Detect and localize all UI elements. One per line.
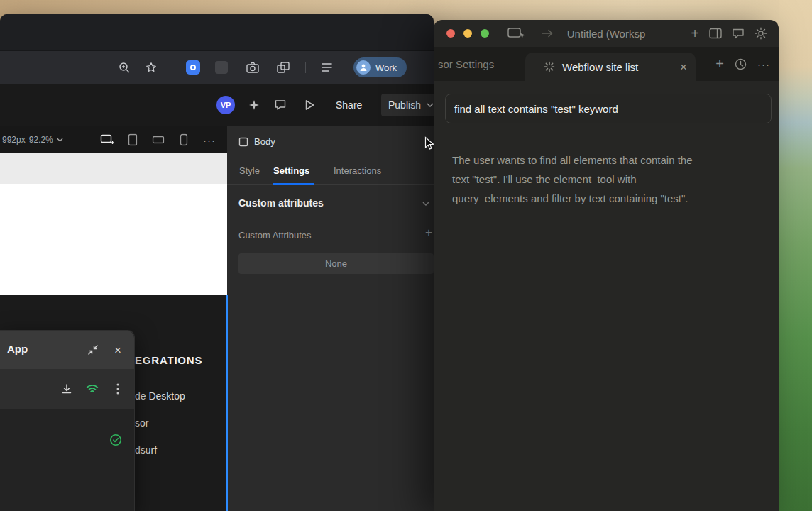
- forward-arrow-icon[interactable]: [542, 29, 553, 38]
- zoom-window-button[interactable]: [481, 29, 489, 38]
- profile-label: Work: [375, 62, 397, 73]
- chevron-down-icon[interactable]: [422, 202, 429, 206]
- titlebar-left-controls: [508, 20, 553, 47]
- app-window-toolbar: [0, 369, 134, 409]
- active-tab-underline: [273, 183, 314, 185]
- mouse-cursor-icon: [424, 136, 435, 150]
- window-title: Untitled (Worksp: [567, 28, 646, 40]
- new-tab-icon[interactable]: +: [715, 57, 724, 71]
- breakpoint-tablet-icon[interactable]: [128, 133, 138, 145]
- minimize-window-button[interactable]: [463, 29, 472, 38]
- chevron-down-icon: [57, 138, 63, 142]
- share-button[interactable]: Share: [330, 94, 368, 116]
- history-clock-icon[interactable]: [735, 58, 747, 70]
- publish-button[interactable]: Publish: [381, 94, 434, 116]
- browser-toolbar: Work: [0, 51, 434, 84]
- camera-icon[interactable]: [246, 62, 259, 73]
- collapse-icon[interactable]: [87, 344, 99, 356]
- prompt-input[interactable]: [454, 103, 762, 115]
- list-item[interactable]: sor: [135, 417, 148, 429]
- app-window-body: [0, 409, 134, 511]
- close-window-button[interactable]: [446, 29, 455, 38]
- bookmark-star-icon[interactable]: [146, 62, 157, 73]
- chevron-down-icon: [427, 103, 434, 107]
- traffic-lights: [446, 29, 489, 38]
- tab-background[interactable]: sor Settings: [438, 47, 494, 81]
- titlebar-right-controls: +: [691, 20, 767, 47]
- assistant-titlebar[interactable]: Untitled (Worksp +: [434, 20, 779, 47]
- app-window: App ×: [0, 330, 135, 511]
- selected-element-row: Body: [227, 132, 434, 152]
- app-window-titlebar[interactable]: App ×: [0, 331, 134, 369]
- spinner-icon: [544, 61, 555, 72]
- response-line: text "test". I'll use the element_tool w…: [452, 170, 693, 189]
- tab-active-label: Webflow site list: [562, 61, 673, 73]
- screen-control-icon[interactable]: [508, 27, 526, 40]
- add-attribute-icon[interactable]: +: [425, 226, 432, 240]
- canvas-settings-bar: 992px 92.2%: [0, 126, 227, 153]
- download-icon[interactable]: [61, 383, 72, 395]
- publish-label: Publish: [388, 99, 421, 111]
- tab-settings[interactable]: Settings: [273, 165, 309, 176]
- close-icon[interactable]: ×: [114, 344, 121, 356]
- attributes-none-field[interactable]: None: [238, 253, 434, 274]
- canvas-size-control[interactable]: 992px 92.2%: [2, 126, 63, 153]
- canvas-edge-highlight: [226, 295, 228, 511]
- breakpoint-phone-icon[interactable]: [180, 133, 188, 145]
- desktop: Work VP Share Publish: [0, 0, 812, 511]
- browser-tab-strip: [0, 14, 434, 51]
- reading-list-icon[interactable]: [322, 62, 334, 72]
- response-line: The user wants to find all elements that…: [452, 150, 693, 170]
- more-options-icon[interactable]: ···: [757, 58, 770, 70]
- more-options-icon[interactable]: ···: [203, 133, 216, 145]
- desktop-wallpaper: [779, 0, 812, 511]
- tab-interactions[interactable]: Interactions: [334, 165, 381, 176]
- gear-icon[interactable]: [755, 27, 767, 40]
- sparkle-icon[interactable]: [248, 99, 260, 111]
- assistant-window: Untitled (Worksp + sor Settings: [434, 20, 779, 511]
- webflow-topbar: VP Share Publish: [0, 84, 434, 126]
- list-item[interactable]: de Desktop: [135, 390, 185, 402]
- tab-style[interactable]: Style: [239, 165, 260, 176]
- sidebar-panel-icon[interactable]: [709, 28, 722, 39]
- kebab-menu-icon[interactable]: [117, 384, 119, 395]
- new-chat-icon[interactable]: +: [691, 26, 699, 40]
- prompt-field[interactable]: [445, 94, 772, 123]
- selected-element-label: Body: [254, 136, 275, 147]
- windows-overlap-icon[interactable]: [277, 62, 290, 73]
- list-item[interactable]: dsurf: [135, 444, 157, 456]
- comments-icon[interactable]: [275, 99, 287, 111]
- panel-tabs: Style Settings Interactions: [227, 160, 434, 185]
- element-settings-panel: Body Style Settings Interactions Custom …: [227, 126, 434, 511]
- preview-play-icon[interactable]: [304, 99, 314, 111]
- breakpoint-desktop-icon[interactable]: [100, 134, 114, 145]
- zoom-in-icon[interactable]: [118, 61, 131, 74]
- design-canvas[interactable]: [0, 153, 227, 295]
- breakpoint-landscape-icon[interactable]: [153, 136, 165, 143]
- tab-active[interactable]: Webflow site list ×: [525, 53, 696, 81]
- canvas-section: [0, 153, 227, 184]
- canvas-zoom-label: 92.2%: [29, 135, 53, 145]
- chat-bubble-icon[interactable]: [732, 28, 745, 39]
- app-window-title: App: [7, 343, 28, 355]
- assistant-response: The user wants to find all elements that…: [452, 150, 693, 208]
- element-box-icon: [238, 137, 248, 147]
- profile-avatar-icon: [356, 60, 371, 75]
- extension-icon[interactable]: [186, 60, 200, 75]
- custom-attributes-section-title: Custom attributes: [238, 197, 324, 209]
- wifi-icon[interactable]: [86, 384, 99, 394]
- browser-profile-button[interactable]: Work: [353, 57, 407, 77]
- toolbar-divider: [305, 62, 306, 73]
- user-avatar[interactable]: VP: [216, 96, 235, 114]
- integrations-header: EGRATIONS: [135, 354, 202, 366]
- assistant-tab-strip: sor Settings Webflow site list × + ···: [434, 47, 779, 81]
- extension-disabled-icon[interactable]: [215, 61, 228, 74]
- tab-close-icon[interactable]: ×: [680, 61, 687, 73]
- check-circle-icon: [109, 434, 122, 446]
- canvas-width-label: 992px: [2, 135, 26, 145]
- response-line: query_elements and filter by text contai…: [452, 189, 693, 208]
- custom-attributes-label: Custom Attributes: [238, 230, 312, 241]
- tab-strip-controls: + ···: [715, 47, 770, 81]
